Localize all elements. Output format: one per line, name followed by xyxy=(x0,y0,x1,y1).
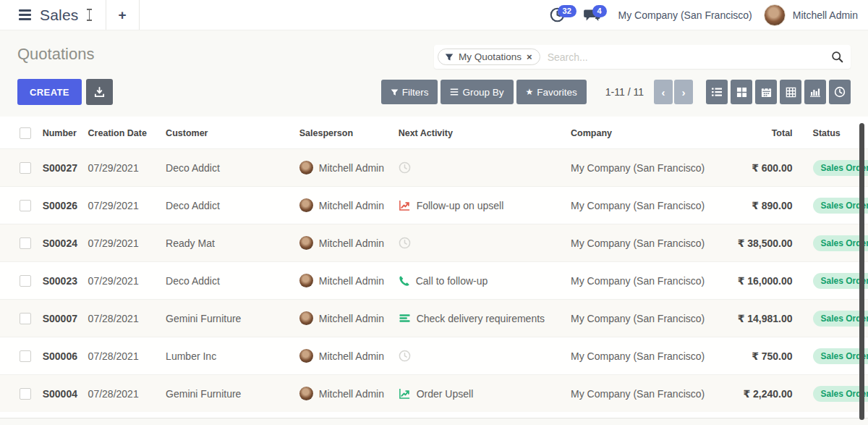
total-amount: ₹ 2,240.00 xyxy=(720,375,799,413)
graph-view-button[interactable] xyxy=(804,80,826,104)
creation-date: 07/28/2021 xyxy=(82,337,161,375)
user-avatar[interactable] xyxy=(764,4,786,26)
row-checkbox[interactable] xyxy=(20,200,31,211)
salesperson-avatar xyxy=(299,274,313,287)
col-header-company[interactable]: Company xyxy=(565,117,720,149)
salesperson-name: Mitchell Admin xyxy=(319,162,384,174)
pivot-icon xyxy=(786,87,796,98)
trend-up-red-icon[interactable] xyxy=(399,199,411,211)
filters-button[interactable]: Filters xyxy=(381,80,438,104)
activity-clock-icon[interactable] xyxy=(399,350,411,362)
activity-clock-icon[interactable] xyxy=(399,237,411,249)
export-button[interactable] xyxy=(86,79,113,105)
table-row[interactable]: S00027 07/29/2021 Deco Addict Mitchell A… xyxy=(0,149,868,187)
col-header-next-activity[interactable]: Next Activity xyxy=(393,117,565,149)
table-row[interactable]: S00026 07/29/2021 Deco Addict Mitchell A… xyxy=(0,187,868,224)
company-name-cell: My Company (San Francisco) xyxy=(565,300,720,337)
creation-date: 07/28/2021 xyxy=(82,300,161,337)
activity-view-button[interactable] xyxy=(829,80,851,104)
tasks-icon[interactable] xyxy=(399,312,411,324)
new-tab-button[interactable]: + xyxy=(106,0,140,30)
customer-name: Gemini Furniture xyxy=(160,375,294,413)
view-switcher xyxy=(706,80,851,104)
company-name-cell: My Company (San Francisco) xyxy=(565,187,720,224)
row-checkbox[interactable] xyxy=(20,162,31,174)
activity-clock-icon xyxy=(834,86,846,98)
bar-chart-icon xyxy=(809,86,821,98)
favorites-label: Favorites xyxy=(537,87,577,98)
quotation-number: S00007 xyxy=(37,300,82,337)
activity-label: Follow-up on upsell xyxy=(417,200,504,211)
group-by-icon xyxy=(450,88,459,96)
quotation-number: S00027 xyxy=(37,149,82,187)
filter-funnel-icon xyxy=(391,88,399,96)
activity-clock-icon[interactable] xyxy=(399,161,411,174)
salesperson-avatar xyxy=(299,161,313,174)
group-by-label: Group By xyxy=(462,87,503,98)
customer-name: Deco Addict xyxy=(160,262,294,300)
salesperson-avatar xyxy=(299,236,313,250)
kanban-view-button[interactable] xyxy=(731,80,752,104)
list-icon xyxy=(711,86,723,98)
row-checkbox[interactable] xyxy=(20,350,31,362)
activity-count-badge: 32 xyxy=(558,5,576,17)
calendar-view-button[interactable] xyxy=(755,80,777,104)
col-header-status[interactable]: Status xyxy=(799,117,868,149)
table-footer-spacer xyxy=(0,412,868,418)
create-button[interactable]: CREATE xyxy=(17,79,82,105)
hamburger-menu-icon[interactable] xyxy=(19,9,31,20)
total-amount: ₹ 600.00 xyxy=(720,149,799,187)
group-by-button[interactable]: Group By xyxy=(441,80,513,104)
row-checkbox[interactable] xyxy=(20,388,31,400)
facet-close-icon[interactable]: × xyxy=(527,52,532,62)
salesperson-name: Mitchell Admin xyxy=(319,237,384,249)
phone-icon[interactable] xyxy=(399,275,410,287)
pager-next-button[interactable]: › xyxy=(674,80,693,104)
quotation-number: S00026 xyxy=(37,187,82,224)
pivot-view-button[interactable] xyxy=(780,80,801,104)
table-row[interactable]: S00023 07/29/2021 Deco Addict Mitchell A… xyxy=(0,262,868,300)
table-row[interactable]: S00007 07/28/2021 Gemini Furniture Mitch… xyxy=(0,300,868,337)
favorites-button[interactable]: ★ Favorites xyxy=(516,80,587,104)
row-checkbox[interactable] xyxy=(20,313,31,324)
table-row[interactable]: S00024 07/29/2021 Ready Mat Mitchell Adm… xyxy=(0,224,868,262)
trend-up-green-icon[interactable] xyxy=(399,387,411,400)
text-cursor xyxy=(86,9,93,21)
salesperson-avatar xyxy=(299,311,313,325)
app-title[interactable]: Sales xyxy=(40,7,79,24)
kanban-icon xyxy=(736,87,747,98)
col-header-salesperson[interactable]: Salesperson xyxy=(294,117,393,149)
salesperson-name: Mitchell Admin xyxy=(319,388,384,400)
col-header-customer[interactable]: Customer xyxy=(160,117,294,149)
activities-button[interactable]: 32 xyxy=(549,7,566,24)
row-checkbox[interactable] xyxy=(20,275,31,287)
quotations-list: Number Creation Date Customer Salesperso… xyxy=(0,117,868,418)
pager-previous-button[interactable]: ‹ xyxy=(654,80,673,104)
total-amount: ₹ 890.00 xyxy=(720,187,799,224)
list-view-button[interactable] xyxy=(706,80,728,104)
search-facet[interactable]: My Quotations × xyxy=(438,49,540,65)
company-name-cell: My Company (San Francisco) xyxy=(565,149,720,187)
message-count-badge: 4 xyxy=(592,5,607,17)
user-menu[interactable]: Mitchell Admin xyxy=(793,9,858,21)
app-menu-tab[interactable]: Sales xyxy=(0,0,106,30)
table-row[interactable]: S00006 07/28/2021 Lumber Inc Mitchell Ad… xyxy=(0,337,868,375)
company-name-cell: My Company (San Francisco) xyxy=(565,337,720,375)
vertical-scrollbar[interactable] xyxy=(859,123,864,420)
table-header-row: Number Creation Date Customer Salesperso… xyxy=(0,117,868,149)
messages-button[interactable]: 4 xyxy=(584,7,601,24)
table-row[interactable]: S00004 07/28/2021 Gemini Furniture Mitch… xyxy=(0,375,868,413)
search-bar[interactable]: My Quotations × Search... xyxy=(434,45,851,69)
col-header-total[interactable]: Total xyxy=(720,117,799,149)
col-header-creation-date[interactable]: Creation Date xyxy=(82,117,161,149)
search-input[interactable]: Search... xyxy=(548,51,831,63)
company-switcher[interactable]: My Company (San Francisco) xyxy=(618,9,752,21)
search-icon[interactable] xyxy=(831,51,843,63)
salesperson-avatar xyxy=(299,198,313,212)
creation-date: 07/29/2021 xyxy=(82,262,161,300)
select-all-checkbox[interactable] xyxy=(20,127,31,139)
row-checkbox[interactable] xyxy=(20,237,31,249)
quotation-number: S00023 xyxy=(37,262,82,300)
col-header-number[interactable]: Number xyxy=(37,117,82,149)
salesperson-name: Mitchell Admin xyxy=(319,350,384,362)
